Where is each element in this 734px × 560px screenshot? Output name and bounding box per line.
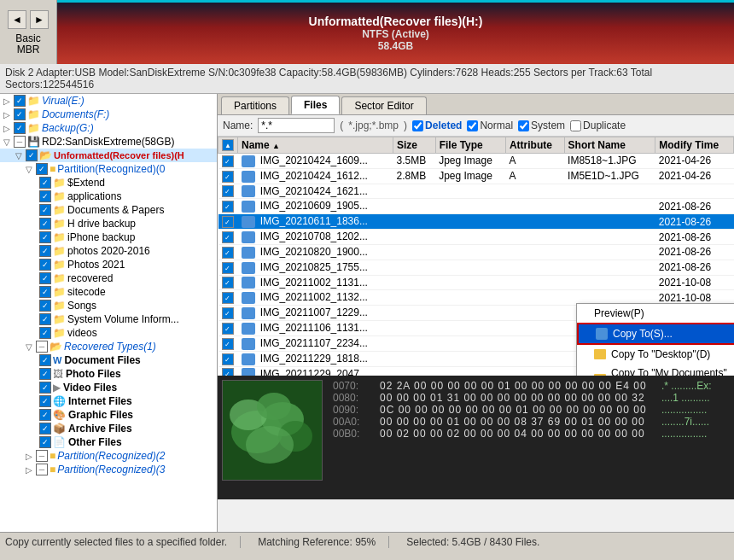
- sidebar-item-applications[interactable]: 📁 applications: [0, 190, 217, 203]
- expand-icon[interactable]: ▷: [3, 124, 10, 133]
- checkbox[interactable]: [26, 149, 38, 161]
- row-checkbox[interactable]: [218, 351, 238, 366]
- row-checkbox[interactable]: [218, 275, 238, 290]
- checkbox[interactable]: [39, 368, 51, 380]
- sidebar-item-songs[interactable]: 📁 Songs: [0, 299, 217, 312]
- checkbox[interactable]: [39, 436, 51, 448]
- checkbox[interactable]: ─: [36, 464, 48, 475]
- row-checkbox[interactable]: [218, 366, 238, 376]
- checkbox[interactable]: [39, 395, 51, 407]
- table-row[interactable]: IMG_20210820_1900... 2021-08-26: [218, 244, 734, 260]
- checkbox[interactable]: [39, 423, 51, 435]
- row-checkbox[interactable]: [218, 184, 238, 199]
- checkbox[interactable]: [39, 245, 51, 257]
- sidebar-item-photos2020[interactable]: 📁 photos 2020-2016: [0, 244, 217, 258]
- filter-duplicate[interactable]: Duplicate: [570, 120, 626, 131]
- sidebar-item-internet-files[interactable]: 🌐 Internet Files: [0, 394, 217, 408]
- row-checkbox[interactable]: [218, 306, 238, 321]
- filter-normal[interactable]: Normal: [467, 120, 513, 131]
- checkbox[interactable]: [39, 382, 51, 394]
- sidebar-item-partition0[interactable]: ▽ ■ Partition(Recognized)(0: [0, 162, 217, 176]
- sidebar-item-graphic-files[interactable]: 🎨 Graphic Files: [0, 408, 217, 422]
- col-size[interactable]: Size: [393, 137, 436, 154]
- checkbox[interactable]: [39, 313, 51, 325]
- sidebar-item-backup[interactable]: ▷ 📁 Backup(G:): [0, 121, 217, 135]
- sidebar-item-photo-files[interactable]: 🖼 Photo Files: [0, 367, 217, 381]
- col-shortname[interactable]: Short Name: [564, 137, 655, 154]
- checkbox[interactable]: [39, 231, 51, 243]
- filter-deleted[interactable]: Deleted: [412, 120, 462, 131]
- table-row[interactable]: IMG_20210424_1621...: [218, 184, 734, 199]
- checkbox[interactable]: ─: [14, 136, 26, 148]
- checkbox[interactable]: ─: [36, 341, 48, 353]
- sidebar-item-iphone[interactable]: 📁 iPhone backup: [0, 230, 217, 244]
- row-checkbox[interactable]: [218, 244, 238, 260]
- checkbox[interactable]: [39, 204, 51, 216]
- forward-button[interactable]: ►: [30, 10, 49, 29]
- row-checkbox[interactable]: [218, 154, 238, 169]
- expand-icon[interactable]: ▽: [26, 165, 32, 174]
- table-row[interactable]: IMG_20210424_1609... 3.5MB Jpeg Image A …: [218, 154, 734, 169]
- sidebar-item-partition3[interactable]: ▷ ─ ■ Partition(Recognized)(3: [0, 463, 217, 476]
- checkbox[interactable]: [14, 95, 26, 107]
- context-menu-item[interactable]: Copy To "Desktop"(D): [577, 345, 734, 364]
- checkbox[interactable]: [39, 259, 51, 271]
- sidebar-item-recovered-types[interactable]: ▽ ─ 📂 Recovered Types(1): [0, 340, 217, 353]
- tab-sector-editor[interactable]: Sector Editor: [341, 96, 426, 114]
- checkbox[interactable]: [14, 108, 26, 120]
- filter-name-input[interactable]: [258, 118, 335, 133]
- col-filetype[interactable]: File Type: [435, 137, 505, 154]
- checkbox[interactable]: [39, 177, 51, 189]
- sidebar-item-videos[interactable]: 📁 videos: [0, 326, 217, 340]
- sidebar-item-docs-papers[interactable]: 📁 Documents & Papers: [0, 203, 217, 217]
- checkbox[interactable]: [14, 122, 26, 134]
- row-checkbox[interactable]: [218, 321, 238, 336]
- table-row[interactable]: IMG_20211002_1131... 2021-10-08: [218, 275, 734, 290]
- checkbox[interactable]: [39, 190, 51, 202]
- sidebar-item-rd2[interactable]: ▽ ─ 💾 RD2:SanDiskExtreme(58GB): [0, 135, 217, 149]
- back-button[interactable]: ◄: [8, 10, 26, 29]
- sidebar-item-recovered[interactable]: 📁 recovered: [0, 271, 217, 285]
- tab-files[interactable]: Files: [291, 96, 340, 114]
- filter-system[interactable]: System: [518, 120, 565, 131]
- sidebar-item-partition2[interactable]: ▷ ─ ■ Partition(Recognized)(2: [0, 449, 217, 463]
- checkbox[interactable]: [39, 218, 51, 230]
- col-modifytime[interactable]: Modify Time: [655, 137, 734, 154]
- sidebar-item-video-files[interactable]: ▶ Video Files: [0, 381, 217, 394]
- sidebar-item-document-files[interactable]: W Document Files: [0, 353, 217, 367]
- checkbox[interactable]: [39, 286, 51, 298]
- sidebar-item-virual[interactable]: ▷ 📁 Virual(E:): [0, 94, 217, 108]
- expand-icon[interactable]: ▽: [26, 342, 32, 352]
- expand-icon[interactable]: ▷: [3, 110, 10, 120]
- table-row[interactable]: IMG_20210708_1202... 2021-08-26: [218, 230, 734, 245]
- row-checkbox[interactable]: [218, 260, 238, 275]
- expand-icon[interactable]: ▷: [26, 465, 32, 475]
- col-attribute[interactable]: Attribute: [505, 137, 564, 154]
- row-checkbox[interactable]: [218, 214, 238, 230]
- checkbox[interactable]: [39, 327, 51, 339]
- checkbox[interactable]: ─: [36, 450, 48, 462]
- context-menu-item[interactable]: Preview(P): [577, 304, 734, 323]
- sidebar-item-archive-files[interactable]: 📦 Archive Files: [0, 422, 217, 435]
- checkbox[interactable]: [39, 300, 51, 312]
- expand-icon[interactable]: ▷: [3, 96, 10, 106]
- table-row[interactable]: IMG_20210825_1755... 2021-08-26: [218, 260, 734, 275]
- row-checkbox[interactable]: [218, 168, 238, 184]
- context-menu-item[interactable]: Copy To "My Documents"(M): [577, 364, 734, 376]
- sidebar-item-extend[interactable]: 📁 $Extend: [0, 176, 217, 190]
- expand-icon[interactable]: ▷: [26, 452, 32, 461]
- expand-icon[interactable]: ▽: [3, 137, 10, 147]
- expand-icon[interactable]: ▽: [15, 151, 22, 160]
- row-checkbox[interactable]: [218, 199, 238, 214]
- checkbox[interactable]: [39, 272, 51, 284]
- checkbox[interactable]: [39, 354, 51, 366]
- sidebar-item-documents[interactable]: ▷ 📁 Documents(F:): [0, 108, 217, 121]
- table-row[interactable]: IMG_20210424_1612... 2.8MB Jpeg Image A …: [218, 168, 734, 184]
- sidebar-item-unformatted[interactable]: ▽ 📂 Unformatted(Recover files)(H: [0, 149, 217, 162]
- col-name[interactable]: Name ▲: [238, 137, 393, 154]
- sidebar-item-sitecode[interactable]: 📁 sitecode: [0, 285, 217, 299]
- tab-partitions[interactable]: Partitions: [221, 96, 289, 114]
- row-checkbox[interactable]: [218, 290, 238, 306]
- sidebar-item-other-files[interactable]: 📄 Other Files: [0, 435, 217, 449]
- table-row[interactable]: IMG_20210611_1836... 2021-08-26: [218, 214, 734, 230]
